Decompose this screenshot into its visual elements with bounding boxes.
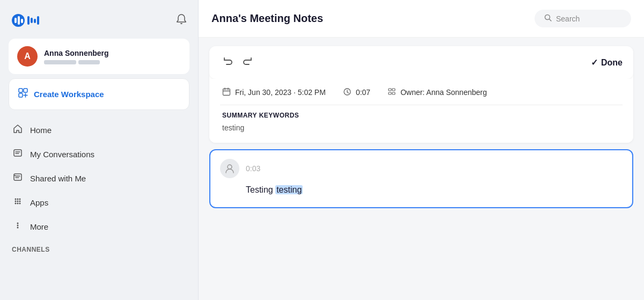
- meta-row: Fri, Jun 30, 2023 · 5:02 PM 0:07: [220, 87, 623, 98]
- svg-line-33: [550, 19, 552, 21]
- svg-rect-16: [14, 174, 21, 180]
- transcript-header: 0:03: [220, 159, 623, 178]
- meta-section: Fri, Jun 30, 2023 · 5:02 PM 0:07: [209, 79, 633, 143]
- search-icon: [544, 14, 552, 23]
- svg-rect-34: [223, 89, 230, 96]
- home-icon: [12, 124, 24, 136]
- svg-rect-13: [14, 150, 21, 156]
- transcript-text: Testing testing: [220, 184, 623, 196]
- transcript-time: 0:03: [246, 164, 260, 173]
- nav-items: Home My Conversations Share: [0, 119, 198, 238]
- summary-section: SUMMARY KEYWORDS testing: [220, 112, 623, 132]
- main-header: Anna's Meeting Notes Search: [199, 0, 644, 38]
- sidebar-item-apps[interactable]: Apps: [4, 191, 194, 214]
- status-block-2: [78, 60, 100, 64]
- svg-rect-1: [14, 18, 17, 23]
- toolbar-actions: [220, 54, 255, 71]
- user-info: Anna Sonnenberg: [44, 49, 109, 64]
- status-block-1: [44, 60, 76, 64]
- svg-rect-2: [18, 16, 20, 25]
- meta-owner: Owner: Anna Sonnenberg: [387, 87, 487, 98]
- svg-point-20: [15, 199, 17, 200]
- content-area: ✓ Done: [199, 38, 644, 300]
- svg-rect-43: [389, 92, 391, 94]
- create-workspace-icon: [18, 87, 28, 101]
- meta-date-text: Fri, Jun 30, 2023 · 5:02 PM: [235, 87, 326, 98]
- svg-point-21: [17, 199, 19, 200]
- user-card: A Anna Sonnenberg: [9, 39, 189, 74]
- sidebar-item-apps-label: Apps: [30, 198, 48, 207]
- done-button[interactable]: ✓ Done: [591, 57, 623, 68]
- svg-point-29: [17, 223, 19, 224]
- svg-rect-10: [19, 93, 23, 97]
- sidebar-item-conversations[interactable]: My Conversations: [4, 143, 194, 166]
- svg-point-31: [17, 227, 19, 229]
- transcript-text-before: Testing: [246, 185, 275, 194]
- svg-point-24: [17, 201, 19, 202]
- svg-rect-8: [19, 89, 23, 92]
- svg-rect-42: [392, 89, 395, 91]
- svg-rect-6: [34, 19, 36, 23]
- more-icon: [12, 221, 24, 233]
- sidebar-item-home[interactable]: Home: [4, 119, 194, 142]
- transcript-card: 0:03 Testing testing: [209, 149, 633, 208]
- svg-rect-7: [37, 16, 39, 25]
- undo-button[interactable]: [220, 54, 235, 71]
- svg-point-25: [19, 201, 21, 202]
- summary-label: SUMMARY KEYWORDS: [222, 112, 620, 119]
- speaker-avatar: [220, 159, 239, 178]
- toolbar: ✓ Done: [209, 46, 633, 79]
- main-content: Anna's Meeting Notes Search: [199, 0, 644, 300]
- svg-point-27: [17, 203, 19, 204]
- conversations-icon: [12, 148, 24, 160]
- notification-bell-icon[interactable]: [175, 13, 187, 28]
- logo-icon: [11, 10, 49, 31]
- meta-duration: 0:07: [343, 87, 370, 98]
- page-title: Anna's Meeting Notes: [211, 12, 323, 25]
- shared-icon: [12, 172, 24, 185]
- sidebar-item-home-label: Home: [30, 126, 52, 135]
- svg-rect-4: [27, 16, 30, 25]
- clock-icon: [343, 87, 352, 98]
- svg-point-30: [17, 225, 19, 226]
- svg-point-23: [15, 201, 17, 202]
- sidebar-item-more[interactable]: More: [4, 215, 194, 238]
- sidebar-item-more-label: More: [30, 222, 48, 231]
- sidebar-item-shared[interactable]: Shared with Me: [4, 167, 194, 190]
- svg-rect-5: [31, 18, 33, 23]
- search-box[interactable]: Search: [535, 10, 631, 27]
- done-check-icon: ✓: [591, 57, 598, 68]
- user-status-bar: [44, 60, 109, 64]
- done-label: Done: [601, 58, 623, 68]
- meta-owner-text: Owner: Anna Sonnenberg: [400, 87, 487, 98]
- svg-point-28: [19, 203, 21, 204]
- owner-icon: [387, 87, 396, 98]
- summary-text: testing: [222, 123, 620, 132]
- avatar: A: [17, 46, 38, 67]
- sidebar-item-shared-label: Shared with Me: [30, 174, 86, 183]
- search-label: Search: [556, 14, 580, 23]
- svg-rect-41: [389, 89, 391, 91]
- transcript-text-highlight: testing: [275, 185, 303, 194]
- meta-duration-text: 0:07: [356, 87, 370, 98]
- sidebar: A Anna Sonnenberg Create Workspace: [0, 0, 199, 300]
- user-name: Anna Sonnenberg: [44, 49, 109, 57]
- create-workspace-button[interactable]: Create Workspace: [9, 78, 189, 110]
- redo-button[interactable]: [240, 54, 255, 71]
- svg-point-45: [228, 165, 232, 169]
- svg-point-26: [15, 203, 17, 204]
- sidebar-item-conversations-label: My Conversations: [30, 150, 94, 159]
- apps-icon: [12, 196, 24, 209]
- create-workspace-label: Create Workspace: [34, 90, 104, 99]
- svg-line-40: [347, 92, 349, 93]
- channels-section-label: CHANNELS: [0, 238, 198, 257]
- svg-rect-3: [21, 19, 23, 23]
- svg-point-22: [19, 199, 21, 200]
- logo: [11, 10, 49, 31]
- sidebar-header: [0, 0, 198, 39]
- meta-date: Fri, Jun 30, 2023 · 5:02 PM: [222, 87, 326, 98]
- notes-card: ✓ Done: [209, 46, 633, 143]
- calendar-icon: [222, 87, 231, 98]
- svg-rect-44: [392, 92, 395, 94]
- svg-rect-9: [24, 89, 27, 92]
